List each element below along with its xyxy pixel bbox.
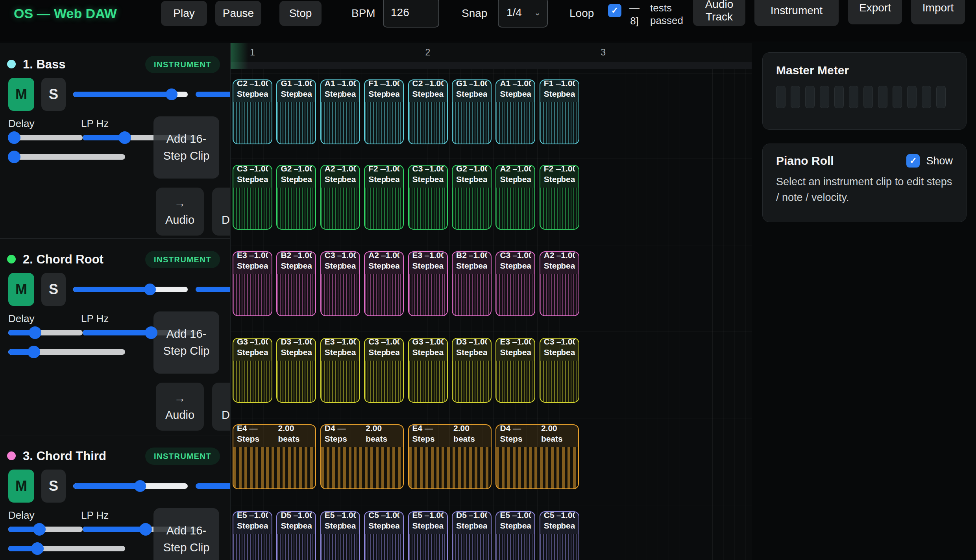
- check-icon: ✓: [611, 6, 618, 16]
- clip[interactable]: A1 —1.00Stepsbeats: [495, 79, 535, 144]
- send-slider-thumb[interactable]: [31, 542, 44, 555]
- loop-checkbox[interactable]: ✓: [608, 4, 621, 17]
- pause-button[interactable]: Pause: [215, 1, 261, 26]
- clip-note: C2 —: [412, 80, 429, 88]
- add-instrument-button[interactable]: Instrument: [754, 0, 839, 26]
- volume-slider-thumb[interactable]: [134, 480, 146, 492]
- clip-note: D3 —: [281, 339, 298, 347]
- clip[interactable]: C3 —1.00Stepsbeats: [495, 251, 535, 316]
- clip[interactable]: D4 —2.00Stepsbeats: [320, 424, 404, 489]
- sixteenth-gridline: [691, 69, 691, 560]
- clip[interactable]: G2 —1.00Stepsbeats: [452, 165, 492, 230]
- solo-button[interactable]: S: [41, 273, 66, 306]
- solo-button[interactable]: S: [41, 470, 66, 503]
- clip[interactable]: G1 —1.00Stepsbeats: [452, 79, 492, 144]
- clip[interactable]: B2 —1.00Stepsbeats: [276, 251, 316, 316]
- clip[interactable]: E3 —1.00Stepsbeats: [408, 251, 448, 316]
- add-16-step-clip-button[interactable]: Add 16-Step Clip: [153, 508, 219, 560]
- clip[interactable]: F1 —1.00Stepsbeats: [364, 79, 404, 144]
- clip[interactable]: C3 —1.00Stepsbeats: [408, 165, 448, 230]
- clip[interactable]: E5 —1.00Stepsbeats: [233, 511, 272, 560]
- clip-beats-label: beats: [386, 347, 400, 357]
- stop-button[interactable]: Stop: [279, 1, 322, 26]
- lowpass-slider-thumb[interactable]: [145, 326, 157, 339]
- add-audio-track-button[interactable]: Audio Track: [693, 0, 745, 26]
- clip[interactable]: G3 —1.00Stepsbeats: [233, 338, 272, 403]
- bpm-input[interactable]: 126: [383, 0, 439, 28]
- mute-button[interactable]: M: [8, 470, 34, 503]
- clip[interactable]: C3 —1.00Stepsbeats: [364, 338, 404, 403]
- clip-length: 1.00: [561, 166, 575, 174]
- clip[interactable]: C3 —1.00Stepsbeats: [233, 165, 272, 230]
- send-slider-track[interactable]: [8, 154, 125, 160]
- pan-slider[interactable]: [196, 483, 231, 489]
- clip[interactable]: F2 —1.00Stepsbeats: [364, 165, 404, 230]
- clip[interactable]: E5 —1.00Stepsbeats: [408, 511, 448, 560]
- clip-header: D5 —1.00Stepsbeats: [277, 512, 315, 534]
- clip[interactable]: C2 —1.00Stepsbeats: [233, 79, 272, 144]
- delete-track-button[interactable]: 🗑Delete: [212, 188, 231, 236]
- clip[interactable]: C5 —1.00Stepsbeats: [364, 511, 404, 560]
- clip[interactable]: D3 —1.00Stepsbeats: [452, 338, 492, 403]
- send-slider-thumb[interactable]: [28, 346, 40, 358]
- clip[interactable]: E3 —1.00Stepsbeats: [233, 251, 272, 316]
- clip[interactable]: B2 —1.00Stepsbeats: [452, 251, 492, 316]
- pan-slider[interactable]: [196, 92, 231, 97]
- lowpass-slider-thumb[interactable]: [139, 523, 152, 536]
- delete-track-button[interactable]: 🗑Delete: [212, 383, 231, 431]
- clip[interactable]: D3 —1.00Stepsbeats: [276, 338, 316, 403]
- clip[interactable]: G1 —1.00Stepsbeats: [276, 79, 316, 144]
- timeline-ruler[interactable]: [230, 43, 752, 62]
- play-button[interactable]: Play: [161, 1, 207, 26]
- render-to-audio-button[interactable]: →Audio: [156, 188, 204, 236]
- clip[interactable]: E3 —1.00Stepsbeats: [320, 338, 360, 403]
- clip[interactable]: G3 —1.00Stepsbeats: [408, 338, 448, 403]
- clip[interactable]: A2 —1.00Stepsbeats: [540, 251, 579, 316]
- clip[interactable]: E3 —1.00Stepsbeats: [495, 338, 535, 403]
- delay-slider-thumb[interactable]: [8, 131, 20, 144]
- clip[interactable]: C2 —1.00Stepsbeats: [408, 79, 448, 144]
- volume-slider-thumb[interactable]: [166, 88, 177, 100]
- snap-select[interactable]: 1/4 ⌄: [498, 0, 548, 28]
- mute-button[interactable]: M: [8, 273, 34, 306]
- pan-slider[interactable]: [196, 287, 231, 292]
- add-16-step-clip-button[interactable]: Add 16-Step Clip: [153, 116, 219, 179]
- clip[interactable]: F1 —1.00Stepsbeats: [540, 79, 579, 144]
- bpm-value: 126: [391, 6, 409, 19]
- clip[interactable]: C3 —1.00Stepsbeats: [540, 338, 579, 403]
- add-16-step-clip-button[interactable]: Add 16-Step Clip: [153, 311, 219, 374]
- delay-slider-thumb[interactable]: [29, 326, 41, 339]
- mute-button[interactable]: M: [8, 78, 34, 111]
- volume-slider-thumb[interactable]: [144, 284, 156, 295]
- piano-roll-show-checkbox[interactable]: ✓: [906, 154, 920, 168]
- clip[interactable]: A2 —1.00Stepsbeats: [320, 165, 360, 230]
- clip[interactable]: E5 —1.00Stepsbeats: [495, 511, 535, 560]
- clip[interactable]: D5 —1.00Stepsbeats: [452, 511, 492, 560]
- solo-button[interactable]: S: [41, 78, 66, 111]
- export-button[interactable]: Export: [848, 0, 902, 24]
- clip[interactable]: D4 —2.00Stepsbeats: [495, 424, 579, 489]
- audio-label: Audio: [165, 212, 194, 228]
- render-to-audio-button[interactable]: →Audio: [156, 383, 204, 431]
- clip[interactable]: E4 —2.00Stepsbeats: [233, 424, 316, 489]
- clip-beats-label: beats: [517, 174, 531, 184]
- lowpass-slider-thumb[interactable]: [118, 131, 131, 144]
- clip[interactable]: D5 —1.00Stepsbeats: [276, 511, 316, 560]
- clip-step-pattern: [496, 188, 534, 229]
- clip[interactable]: G2 —1.00Stepsbeats: [276, 165, 316, 230]
- clip[interactable]: A1 —1.00Stepsbeats: [320, 79, 360, 144]
- clip[interactable]: E4 —2.00Stepsbeats: [408, 424, 492, 489]
- clip[interactable]: C5 —1.00Stepsbeats: [540, 511, 579, 560]
- clip[interactable]: A2 —1.00Stepsbeats: [495, 165, 535, 230]
- loop-region-strip[interactable]: [230, 62, 752, 69]
- clip-step-pattern: [540, 534, 579, 560]
- clip-beats-label: beats: [561, 260, 575, 271]
- send-slider-thumb[interactable]: [8, 151, 20, 163]
- meter-segment: [791, 86, 800, 108]
- delay-slider-thumb[interactable]: [33, 523, 46, 536]
- import-button[interactable]: Import: [911, 0, 965, 24]
- clip[interactable]: C3 —1.00Stepsbeats: [320, 251, 360, 316]
- clip[interactable]: E5 —1.00Stepsbeats: [320, 511, 360, 560]
- clip[interactable]: A2 —1.00Stepsbeats: [364, 251, 404, 316]
- clip[interactable]: F2 —1.00Stepsbeats: [540, 165, 579, 230]
